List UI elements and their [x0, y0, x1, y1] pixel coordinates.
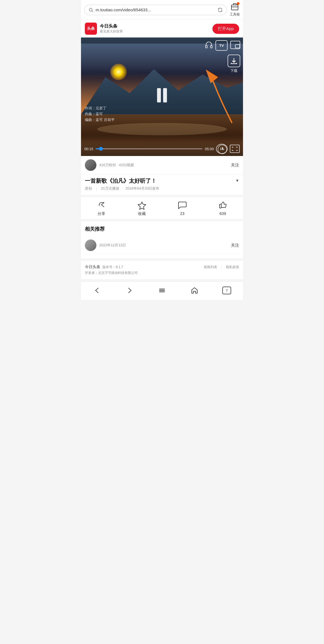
video-meta: 原创 ｜ 21万次播放 · 2018年04月20日发布	[85, 186, 239, 191]
toolbox-button[interactable]: 工具箱	[230, 3, 240, 17]
svg-line-1	[92, 11, 93, 12]
video-top-controls: TV	[205, 40, 240, 51]
address-bar: m.toutiao.com/video/654633... 工具箱	[81, 0, 243, 20]
pause-bar-left	[157, 88, 161, 103]
toolbox-notification-dot	[237, 2, 239, 5]
headphone-button[interactable]	[205, 41, 213, 50]
footer-link-permissions[interactable]: 权限列表	[204, 265, 217, 270]
speed-button[interactable]: 1X	[216, 144, 228, 154]
share-label: 分享	[98, 211, 105, 216]
channel-row: 416万粉丝 · 4152视频 关注	[81, 156, 243, 174]
star-icon	[137, 201, 146, 210]
pause-button[interactable]	[157, 88, 167, 103]
related-item: 2022年12月13日 关注	[85, 237, 239, 254]
comment-icon	[178, 201, 187, 210]
video-info: 一首新歌《泊凡》太好听了！ ▼ 原创 ｜ 21万次播放 · 2018年04月20…	[81, 174, 243, 195]
related-avatar[interactable]	[85, 239, 96, 251]
download-label: 下载	[230, 68, 237, 73]
footer-main: 今日头条 版本号：9.1.7 权限列表 ｜ 隐私政策	[85, 265, 239, 270]
progress-bar[interactable]	[96, 148, 203, 149]
pause-bar-right	[163, 88, 167, 103]
footer-link-privacy[interactable]: 隐私政策	[226, 265, 239, 270]
total-time: 05:00	[205, 147, 214, 151]
comment-count: 23	[180, 211, 185, 216]
bottom-right-buttons: 1X	[216, 144, 240, 154]
related-date: 2022年12月13日	[99, 243, 126, 248]
like-count: 639	[220, 211, 226, 216]
meta-plays: 21万次播放	[101, 186, 119, 190]
footer-app-name: 今日头条	[85, 265, 100, 270]
toolbox-label: 工具箱	[230, 12, 240, 17]
home-icon	[191, 287, 198, 294]
home-button[interactable]	[188, 285, 201, 295]
svg-rect-7	[235, 45, 240, 48]
app-subtitle: 看见更大的世界	[100, 29, 210, 34]
app-banner: 头条 今日头条 看见更大的世界 打开App	[81, 20, 243, 37]
reload-icon[interactable]	[217, 7, 223, 13]
fullscreen-button[interactable]	[230, 145, 240, 153]
forward-button[interactable]	[123, 285, 136, 295]
tv-button[interactable]: TV	[215, 40, 228, 51]
lyrics-line3: 编曲：蓝可 吕垣平	[85, 117, 115, 123]
svg-rect-2	[231, 5, 238, 10]
download-button[interactable]	[228, 55, 240, 67]
action-bar: 分享 收藏 23 639	[81, 195, 243, 219]
address-input[interactable]: m.toutiao.com/video/654633...	[84, 5, 227, 15]
menu-button[interactable]	[155, 285, 169, 295]
channel-left: 416万粉丝 · 4152视频	[85, 159, 134, 171]
toutiao-logo: 头条	[85, 23, 97, 35]
video-bottom-controls: 00:15 05:00 1X	[81, 142, 243, 156]
related-title: 相关推荐	[85, 226, 239, 232]
progress-thumb[interactable]	[99, 147, 103, 151]
related-section: 相关推荐 2022年12月13日 关注	[81, 221, 243, 258]
forward-icon	[126, 287, 133, 294]
video-player[interactable]: TV 下载 作词：元若丁 作	[81, 37, 243, 156]
svg-rect-4	[206, 45, 207, 48]
channel-stats: 416万粉丝 · 4152视频	[99, 163, 134, 168]
lyrics-line1: 作词：元若丁	[85, 106, 115, 111]
svg-rect-5	[210, 45, 212, 48]
footer-version: 版本号：9.1.7	[102, 265, 123, 270]
meta-date: 2018年04月20日发布	[126, 186, 160, 190]
back-button[interactable]	[90, 285, 104, 295]
tabs-count: 7	[222, 287, 231, 294]
related-follow-button[interactable]: 关注	[231, 243, 239, 248]
download-area: 下载	[228, 55, 240, 73]
footer-links: 权限列表 ｜ 隐私政策	[204, 265, 239, 270]
like-icon	[218, 201, 227, 210]
video-title: 一首新歌《泊凡》太好听了！	[85, 177, 233, 184]
collect-action[interactable]: 收藏	[137, 201, 146, 216]
app-name: 今日头条	[100, 23, 210, 29]
back-icon	[93, 287, 101, 294]
video-lyrics: 作词：元若丁 作曲：蓝可 编曲：蓝可 吕垣平	[85, 106, 115, 123]
collect-label: 收藏	[138, 211, 146, 216]
tabs-button[interactable]: 7	[220, 285, 234, 295]
pip-button[interactable]	[230, 41, 240, 50]
water-shimmer	[97, 123, 227, 135]
dropdown-arrow-icon[interactable]: ▼	[235, 178, 239, 183]
meta-tag: 原创	[85, 186, 92, 190]
page-footer: 今日头条 版本号：9.1.7 权限列表 ｜ 隐私政策 开发者：北京字节跳动科技有…	[81, 261, 243, 279]
app-info: 今日头条 看见更大的世界	[100, 23, 210, 34]
follow-button[interactable]: 关注	[231, 163, 239, 168]
url-text: m.toutiao.com/video/654633...	[96, 7, 215, 12]
related-item-left: 2022年12月13日	[85, 239, 126, 251]
search-icon	[88, 7, 93, 12]
svg-marker-12	[138, 202, 146, 209]
menu-icon	[158, 287, 166, 294]
video-title-row: 一首新歌《泊凡》太好听了！ ▼	[85, 177, 239, 184]
comment-action[interactable]: 23	[178, 201, 187, 216]
lyrics-line2: 作曲：蓝可	[85, 111, 115, 117]
open-app-button[interactable]: 打开App	[212, 24, 239, 34]
svg-point-0	[89, 8, 92, 11]
current-time: 00:15	[84, 147, 93, 151]
footer-developer: 开发者：北京字节跳动科技有限公司	[85, 271, 239, 275]
share-icon	[97, 201, 106, 210]
share-action[interactable]: 分享	[97, 201, 106, 216]
channel-avatar[interactable]	[85, 159, 96, 171]
like-action[interactable]: 639	[218, 201, 227, 216]
progress-row: 00:15 05:00 1X	[84, 144, 240, 154]
bottom-nav: 7	[81, 281, 243, 300]
